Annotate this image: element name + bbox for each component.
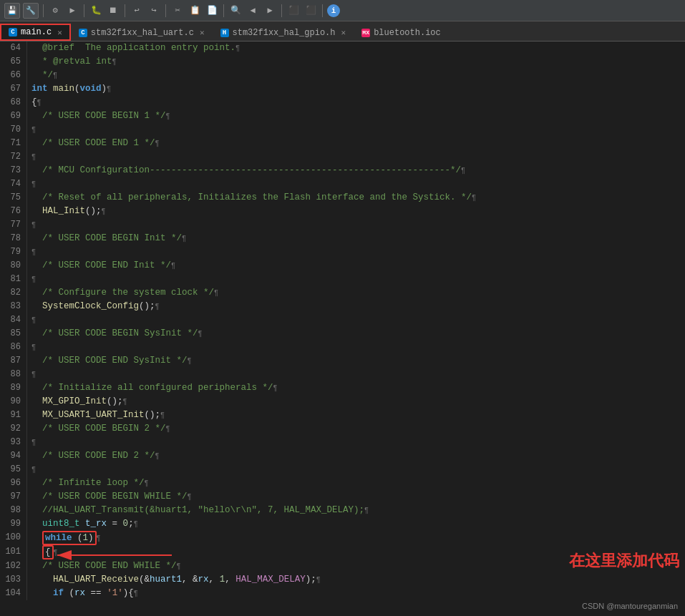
- toolbar-back-btn[interactable]: ◀: [246, 4, 260, 18]
- line-num-83: 83: [0, 300, 27, 313]
- line-num-87: 87: [0, 354, 27, 368]
- toolbar-run-btn[interactable]: ▶: [65, 4, 79, 18]
- table-row: 68 {¶: [0, 96, 685, 109]
- line-num-79: 79: [0, 245, 27, 259]
- toolbar-fwd-btn[interactable]: ▶: [263, 4, 277, 18]
- line-code-72: ¶: [27, 150, 685, 164]
- code-area[interactable]: 64 @brief The application entry point.¶ …: [0, 41, 685, 616]
- toolbar-paste-btn[interactable]: 📄: [205, 4, 219, 18]
- table-row: 70 ¶: [0, 123, 685, 137]
- table-row: 84 ¶: [0, 313, 685, 327]
- line-code-77: ¶: [27, 218, 685, 232]
- toolbar-build-btn[interactable]: ⚙: [48, 4, 62, 18]
- line-code-68: {¶: [27, 96, 685, 109]
- table-row: 91 MX_USART1_UART_Init();¶: [0, 409, 685, 422]
- table-row: 79 ¶: [0, 245, 685, 259]
- toolbar-redo-btn[interactable]: ↪: [147, 4, 161, 18]
- table-row: 72 ¶: [0, 150, 685, 164]
- tab-main-c[interactable]: C main.c ✕: [0, 24, 71, 41]
- line-code-81: ¶: [27, 273, 685, 286]
- table-row: 96 /* Infinite loop */¶: [0, 476, 685, 490]
- line-code-83: SystemClock_Config();¶: [27, 300, 685, 313]
- table-row: 74 ¶: [0, 177, 685, 191]
- line-code-73: /* MCU Configuration--------------------…: [27, 164, 685, 177]
- table-row: 97 /* USER CODE BEGIN WHILE */¶: [0, 490, 685, 504]
- line-num-77: 77: [0, 218, 27, 232]
- table-row: 101 {¶: [0, 545, 685, 559]
- line-num-102: 102: [0, 559, 27, 573]
- line-code-99: uint8_t t_rx = 0;¶: [27, 517, 685, 531]
- toolbar-sep-7: [322, 4, 323, 17]
- line-num-64: 64: [0, 41, 27, 55]
- tab-bluetooth[interactable]: MX bluetooth.ioc: [354, 24, 449, 41]
- table-row: 76 HAL_Init();¶: [0, 205, 685, 218]
- line-code-70: ¶: [27, 123, 685, 137]
- tab-close-gpio[interactable]: ✕: [341, 28, 346, 37]
- tabs-bar: C main.c ✕ C stm32f1xx_hal_uart.c ✕ H st…: [0, 21, 685, 41]
- toolbar-nav2-btn[interactable]: ⬛: [303, 4, 318, 18]
- line-num-88: 88: [0, 368, 27, 381]
- line-num-73: 73: [0, 164, 27, 177]
- line-num-92: 92: [0, 422, 27, 436]
- toolbar-save-btn[interactable]: 💾: [4, 3, 20, 19]
- line-code-84: ¶: [27, 313, 685, 327]
- tab-icon-bt: MX: [361, 29, 370, 37]
- line-code-91: MX_USART1_UART_Init();¶: [27, 409, 685, 422]
- tab-close-main-c[interactable]: ✕: [57, 28, 62, 37]
- line-code-97: /* USER CODE BEGIN WHILE */¶: [27, 490, 685, 504]
- line-code-96: /* Infinite loop */¶: [27, 476, 685, 490]
- line-code-94: /* USER CODE END 2 */¶: [27, 449, 685, 463]
- toolbar-info-icon[interactable]: i: [327, 4, 340, 17]
- line-num-94: 94: [0, 449, 27, 463]
- line-num-103: 103: [0, 573, 27, 587]
- toolbar-search-btn[interactable]: 🔍: [228, 4, 243, 18]
- toolbar-stop-btn[interactable]: ⏹: [106, 4, 120, 18]
- line-num-80: 80: [0, 259, 27, 273]
- table-row: 69 /* USER CODE BEGIN 1 */¶: [0, 109, 685, 123]
- tab-icon-main-c: C: [9, 28, 17, 36]
- line-num-89: 89: [0, 381, 27, 395]
- line-num-82: 82: [0, 286, 27, 300]
- tab-close-uart[interactable]: ✕: [200, 28, 205, 37]
- toolbar-undo-btn[interactable]: ↩: [130, 4, 144, 18]
- line-code-86: ¶: [27, 341, 685, 354]
- table-row: 66 */¶: [0, 69, 685, 82]
- table-row: 89 /* Initialize all configured peripher…: [0, 381, 685, 395]
- toolbar-debug-btn[interactable]: 🐛: [89, 4, 103, 18]
- line-code-64: @brief The application entry point.¶: [27, 41, 685, 55]
- tab-stm32-gpio[interactable]: H stm32f1xx_hal_gpio.h ✕: [213, 24, 354, 41]
- line-code-98: //HAL_UART_Transmit(&huart1, "hello\r\n"…: [27, 504, 685, 517]
- line-num-99: 99: [0, 517, 27, 531]
- toolbar-sep-1: [43, 4, 44, 17]
- line-code-95: ¶: [27, 463, 685, 476]
- tab-label-uart: stm32f1xx_hal_uart.c: [91, 28, 194, 38]
- table-row: 98 //HAL_UART_Transmit(&huart1, "hello\r…: [0, 504, 685, 517]
- line-code-71: /* USER CODE END 1 */¶: [27, 137, 685, 150]
- editor: 64 @brief The application entry point.¶ …: [0, 41, 685, 616]
- toolbar-nav-btn[interactable]: ⬛: [286, 4, 301, 18]
- line-num-65: 65: [0, 55, 27, 69]
- line-code-92: /* USER CODE BEGIN 2 */¶: [27, 422, 685, 436]
- table-row: 64 @brief The application entry point.¶: [0, 41, 685, 55]
- tab-icon-gpio: H: [220, 29, 229, 37]
- line-code-101: {¶: [27, 545, 685, 559]
- line-code-93: ¶: [27, 436, 685, 449]
- line-code-100: while (1)¶: [27, 531, 685, 545]
- table-row: 73 /* MCU Configuration-----------------…: [0, 164, 685, 177]
- line-num-98: 98: [0, 504, 27, 517]
- table-row: 80 /* USER CODE END Init */¶: [0, 259, 685, 273]
- toolbar-btn-2[interactable]: 🔧: [23, 3, 39, 19]
- table-row: 83 SystemClock_Config();¶: [0, 300, 685, 313]
- toolbar-copy-btn[interactable]: 📋: [188, 4, 202, 18]
- toolbar-cut-btn[interactable]: ✂: [170, 4, 185, 18]
- line-num-72: 72: [0, 150, 27, 164]
- table-row: 90 MX_GPIO_Init();¶: [0, 395, 685, 409]
- tab-stm32-uart[interactable]: C stm32f1xx_hal_uart.c ✕: [71, 24, 213, 41]
- line-code-90: MX_GPIO_Init();¶: [27, 395, 685, 409]
- line-code-87: /* USER CODE END SysInit */¶: [27, 354, 685, 368]
- line-code-69: /* USER CODE BEGIN 1 */¶: [27, 109, 685, 123]
- line-num-66: 66: [0, 69, 27, 82]
- table-row: 88 ¶: [0, 368, 685, 381]
- line-code-85: /* USER CODE BEGIN SysInit */¶: [27, 327, 685, 341]
- table-row: 95 ¶: [0, 463, 685, 476]
